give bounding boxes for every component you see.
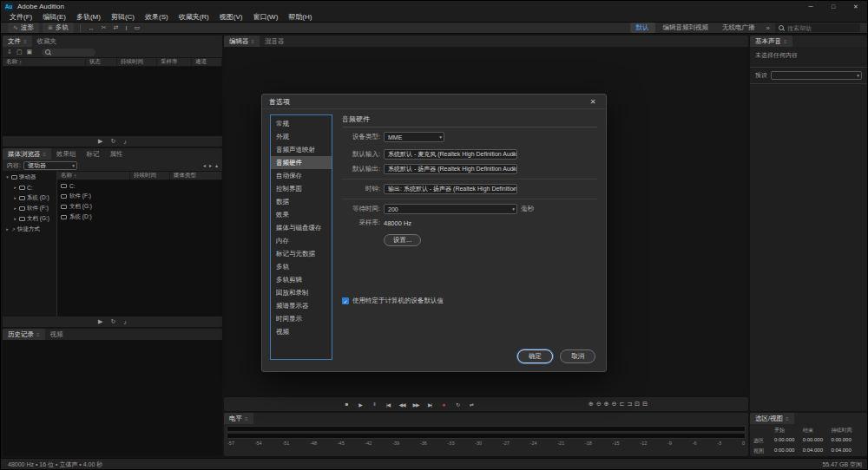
menu-view[interactable]: 视图(V) [214,12,248,22]
latency-select[interactable]: 200 ▾ [384,204,517,214]
move-previous-button[interactable]: |◀ [382,400,394,409]
list-item[interactable]: 文档 (G:) [57,201,222,212]
multitrack-view-button[interactable]: ≣ 多轨 [43,23,74,33]
forward-icon[interactable]: ▸ [209,162,212,168]
time-selection-tool-icon[interactable]: I [124,25,129,31]
marquee-tool-icon[interactable]: ▭ [132,24,141,31]
panel-menu-icon[interactable]: ≡ [784,39,787,44]
new-file-button[interactable]: ▢ [16,49,23,55]
preview-play-button[interactable]: ▶ [98,318,102,325]
tree-collapsed-icon[interactable]: ▸ [5,226,10,232]
zoom-out-vertical-button[interactable]: ⊖ [612,401,617,408]
view-end-value[interactable]: 0:04.000 [803,447,832,455]
default-output-select[interactable]: 系统默认 - 扬声器 (Realtek High Definition Audi… [384,164,517,174]
pause-button[interactable]: ‖ [368,400,380,409]
tab-selection-view[interactable]: 选区/视图 ≡ [750,413,794,424]
menu-effects[interactable]: 效果(S) [140,12,174,22]
tab-editor[interactable]: 编辑器 ≡ [224,36,260,47]
preset-select[interactable]: ▾ [771,71,862,80]
record-button[interactable]: ● [437,400,450,409]
tab-history[interactable]: 历史记录 ≡ [3,329,45,340]
files-list[interactable] [3,67,222,136]
selection-start-value[interactable]: 0:00.000 [774,437,803,445]
rewind-button[interactable]: ◀◀ [396,400,408,409]
nav-item-control-surface[interactable]: 控制界面 [271,182,332,195]
tab-levels[interactable]: 电平 ≡ [224,413,253,424]
files-search-box[interactable] [42,49,95,56]
tree-collapsed-icon[interactable]: ▸ [13,206,17,211]
column-sample-rate[interactable]: 采样率 [157,58,192,66]
razor-tool-icon[interactable]: ✂ [100,24,108,31]
open-file-button[interactable]: ▣ [27,49,33,55]
menu-window[interactable]: 窗口(W) [247,12,283,22]
tree-item-shortcuts[interactable]: ▸ ↗ 快捷方式 [3,224,56,234]
view-duration-value[interactable]: 0:04.000 [831,447,864,455]
list-item[interactable]: 软件 (F:) [57,191,222,201]
tab-favorites[interactable]: 收藏夹 [32,36,62,47]
nav-item-audio-hardware[interactable]: 音频硬件 [271,156,332,169]
menu-help[interactable]: 帮助(H) [283,12,317,22]
device-type-select[interactable]: MME ▾ [384,132,444,142]
zoom-out-point-button[interactable]: ⊐ [627,401,632,408]
workspace-tab-default[interactable]: 默认 [630,23,655,33]
tree-item-software-f[interactable]: ▸ 软件 (F:) [3,203,56,213]
view-start-value[interactable]: 0:00.000 [774,447,803,455]
default-input-select[interactable]: 系统默认 - 麦克风 (Realtek High Definition Audi… [384,149,517,160]
column-media-type[interactable]: 媒体类型 [170,172,222,180]
preview-volume-button[interactable]: ♪ [123,139,127,145]
tab-properties[interactable]: 属性 [105,148,128,160]
dialog-titlebar[interactable]: 首选项 ✕ [262,95,606,109]
close-button[interactable]: ✕ [845,1,867,12]
workspace-tab-edit-audio-to-video[interactable]: 编辑音频到视频 [657,23,715,33]
menu-favorites[interactable]: 收藏夹(R) [174,12,214,22]
stop-button[interactable]: ■ [340,400,352,409]
preview-volume-button[interactable]: ♪ [123,319,127,325]
list-item[interactable]: C: [57,180,222,191]
tab-markers[interactable]: 标记 [82,148,105,160]
zoom-full-button[interactable]: ⊟ [642,401,648,408]
column-duration[interactable]: 持续时间 [130,172,170,180]
preview-loop-button[interactable]: ↻ [111,138,116,145]
zoom-selection-button[interactable]: ⊡ [635,401,640,408]
move-tool-icon[interactable]: ↔ [87,25,96,31]
nav-item-effects[interactable]: 效果 [271,208,332,221]
nav-item-auto-save[interactable]: 自动保存 [271,169,332,182]
nav-item-time-display[interactable]: 时间显示 [271,312,332,325]
hardware-settings-button[interactable]: 设置... [384,234,421,246]
tab-media-browser[interactable]: 媒体浏览器 ≡ [3,148,51,160]
tree-expanded-icon[interactable]: ▾ [5,174,10,180]
history-list[interactable] [3,340,222,456]
column-channels[interactable]: 通道 [192,58,222,66]
tab-video[interactable]: 视频 [45,329,69,340]
nav-item-multitrack-clips[interactable]: 多轨剪辑 [271,273,332,286]
panel-menu-icon[interactable]: ≡ [36,332,40,337]
nav-item-multitrack[interactable]: 多轨 [271,260,332,273]
content-select[interactable]: 驱动器 ▾ [23,161,77,170]
help-search-box[interactable] [775,23,860,32]
panel-menu-icon[interactable]: ≡ [245,416,248,421]
tree-collapsed-icon[interactable]: ▸ [13,216,17,221]
column-duration[interactable]: 持续时间 [117,58,157,66]
nav-item-spectral-display[interactable]: 频谱显示器 [271,299,332,312]
selection-duration-value[interactable]: 0:00.000 [831,437,864,445]
tree-item-drives[interactable]: ▾ 驱动器 [3,172,56,182]
workspace-tab-radio[interactable]: 无线电广播 [716,23,761,33]
skip-selection-button[interactable]: ⇄ [465,400,477,409]
zoom-out-button[interactable]: ⊖ [596,401,602,408]
cancel-button[interactable]: 取消 [560,349,595,363]
menu-multitrack[interactable]: 多轨(M) [71,12,106,22]
nav-item-video[interactable]: 视频 [271,325,332,338]
panel-menu-icon[interactable]: ≡ [786,416,789,421]
help-search-input[interactable] [787,25,858,31]
selection-end-value[interactable]: 0:00.000 [803,437,832,445]
nav-item-data[interactable]: 数据 [271,195,332,208]
panel-menu-icon[interactable]: ≡ [252,39,255,44]
minimize-button[interactable]: ─ [799,1,822,12]
tree-collapsed-icon[interactable]: ▸ [13,185,17,190]
back-icon[interactable]: ◂ [203,162,206,168]
nav-item-audio-channel-mapping[interactable]: 音频声道映射 [271,143,332,156]
tab-mixer[interactable]: 混音器 [260,36,290,47]
clock-select[interactable]: 输出: 系统默认 - 扬声器 (Realtek High Definition … [384,184,517,194]
tab-files[interactable]: 文件 ≡ [3,36,32,47]
maximize-button[interactable]: □ [822,1,845,12]
